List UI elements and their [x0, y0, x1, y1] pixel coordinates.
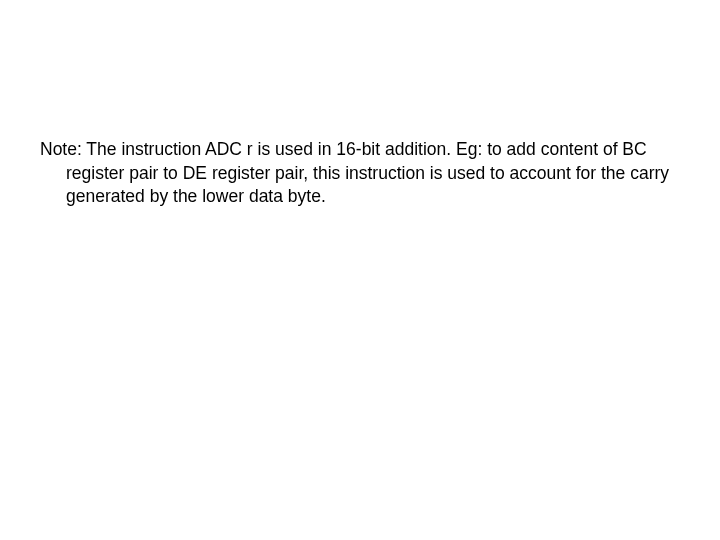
- note-text: Note: The instruction ADC r is used in 1…: [40, 138, 672, 209]
- document-page: Note: The instruction ADC r is used in 1…: [0, 0, 720, 540]
